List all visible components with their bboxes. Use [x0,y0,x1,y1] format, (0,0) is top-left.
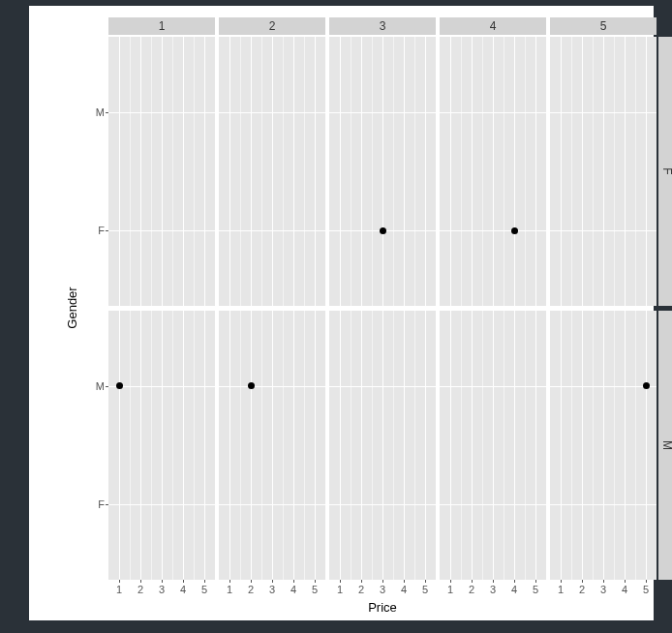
gridline-v [450,37,451,306]
x-tick-label: 2 [248,584,254,595]
gridline-v [140,37,141,306]
gridline-h [108,386,215,387]
y-tick-mark [106,230,108,231]
x-tick-mark [582,580,583,583]
data-point [248,382,255,389]
gridline-v [514,37,515,306]
x-tick-label: 5 [643,584,649,595]
x-tick-label: 3 [159,584,165,595]
gridline-v [315,311,316,580]
gridline-v [229,311,230,580]
y-tick-label: M [96,380,105,392]
facet-panel [550,37,657,306]
gridline-h [440,112,546,113]
gridline-v-minor [482,37,483,306]
facet-panel [219,311,325,580]
x-tick-label: 3 [490,584,496,595]
x-tick-mark [119,580,120,583]
gridline-v [251,311,252,580]
gridline-v [561,311,562,580]
facet-col-label: 5 [600,19,607,33]
gridline-v-minor [635,37,636,306]
x-tick-mark [183,580,184,583]
gridline-h [440,386,546,387]
x-tick-label: 1 [116,584,122,595]
gridline-v [625,37,626,306]
gridline-v-minor [283,311,284,580]
facet-col-strip: 3 [329,17,436,35]
x-tick-mark [361,580,362,583]
gridline-v-minor [151,311,152,580]
gridline-v [472,311,473,580]
x-tick-mark [382,580,383,583]
gridline-v [514,311,515,580]
gridline-h [219,112,325,113]
gridline-v-minor [194,311,195,580]
gridline-v-minor [571,311,572,580]
plot-card: 12345FMMFMF1234512345123451234512345Gend… [29,6,654,620]
x-tick-label: 4 [622,584,627,595]
data-point [380,227,386,234]
facet-panel [550,311,657,580]
gridline-h [440,504,546,505]
gridline-v [382,37,383,306]
data-point [116,382,123,389]
gridline-v-minor [130,311,131,580]
gridline-v [425,37,426,306]
gridline-v [361,311,362,580]
gridline-v-minor [304,311,305,580]
x-tick-label: 1 [227,584,232,595]
gridline-v-minor [393,37,394,306]
gridline-v-minor [240,311,241,580]
x-tick-label: 4 [180,584,186,595]
gridline-v-minor [461,37,462,306]
gridline-v-minor [261,37,262,306]
gridline-v-minor [172,37,173,306]
facet-panel [108,311,215,580]
gridline-v [162,311,163,580]
gridline-v-minor [571,37,572,306]
x-tick-label: 2 [469,584,474,595]
gridline-h [108,504,215,505]
x-tick-mark [229,580,230,583]
gridline-h [108,112,215,113]
facet-panel [329,37,436,306]
x-tick-mark [315,580,316,583]
gridline-v [582,311,583,580]
gridline-h [329,112,436,113]
gridline-v-minor [482,311,483,580]
gridline-v [603,37,604,306]
x-tick-mark [450,580,451,583]
x-tick-label: 3 [269,584,275,595]
x-tick-mark [646,580,647,583]
gridline-v-minor [151,37,152,306]
gridline-h [219,504,325,505]
gridline-v [119,311,120,580]
gridline-h [329,386,436,387]
gridline-v-minor [351,37,351,306]
gridline-v-minor [172,311,173,580]
gridline-v [272,311,273,580]
gridline-v [535,311,536,580]
facet-row-strip: F [658,37,672,306]
gridline-v [625,311,626,580]
gridline-v [293,311,294,580]
gridline-v-minor [525,37,526,306]
x-tick-mark [493,580,494,583]
gridline-h [550,112,657,113]
gridline-h [329,504,436,505]
gridline-v-minor [194,37,195,306]
x-tick-label: 4 [511,584,517,595]
gridline-v-minor [461,311,462,580]
x-tick-label: 2 [358,584,364,595]
y-axis-title: Gender [65,286,79,328]
x-tick-label: 1 [337,584,343,595]
gridline-v [119,37,120,306]
gridline-h [219,386,325,387]
gridline-v-minor [283,37,284,306]
y-tick-mark [106,386,108,387]
y-tick-label: F [98,225,105,236]
gridline-v [425,311,426,580]
gridline-v [535,37,536,306]
gridline-v [404,37,405,306]
